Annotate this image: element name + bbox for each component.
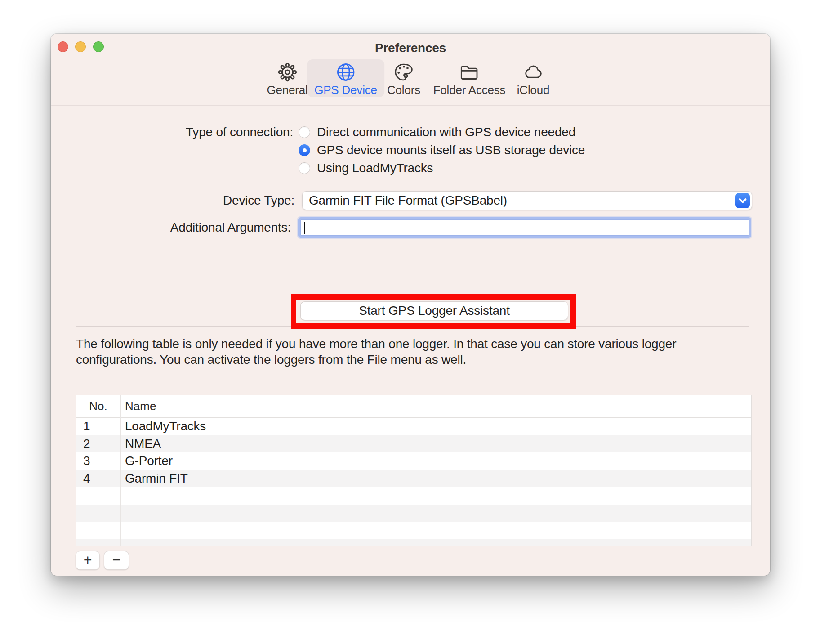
palette-icon — [393, 62, 414, 82]
additional-arguments-input[interactable] — [300, 219, 749, 236]
table-row[interactable]: 2 NMEA — [76, 435, 751, 453]
radio-option-label: Direct communication with GPS device nee… — [317, 125, 575, 139]
toolbar-item-folder-access[interactable]: Folder Access — [426, 59, 513, 97]
globe-icon — [335, 62, 356, 82]
empty-table-row — [76, 522, 751, 539]
description-line-2: configurations. You can activate the log… — [76, 352, 676, 367]
remove-logger-button[interactable]: − — [104, 551, 129, 570]
annotation-highlight-rectangle — [291, 294, 576, 329]
device-type-select[interactable]: Garmin FIT File Format (GPSBabel) — [302, 191, 752, 210]
toolbar-item-label: Folder Access — [433, 83, 506, 97]
table-row[interactable]: 1 LoadMyTracks — [76, 418, 751, 435]
radio-option-loadmytracks[interactable]: Using LoadMyTracks — [299, 162, 433, 174]
table-description: The following table is only needed if yo… — [76, 336, 676, 367]
device-type-label: Device Type: — [96, 191, 294, 210]
radio-button[interactable] — [299, 162, 310, 174]
row-number: 1 — [76, 419, 120, 434]
toolbar-item-label: General — [267, 83, 308, 97]
table-row[interactable]: 3 G-Porter — [76, 452, 751, 470]
toolbar-item-label: Colors — [387, 83, 420, 97]
text-cursor — [304, 222, 305, 234]
radio-button-selected[interactable] — [299, 144, 310, 156]
column-separator — [120, 395, 121, 546]
table-row[interactable]: 4 Garmin FIT — [76, 470, 751, 487]
loggers-table: No. Name 1 LoadMyTracks 2 NMEA 3 G-Porte… — [76, 395, 752, 546]
row-number: 4 — [76, 471, 120, 486]
row-number: 3 — [76, 454, 120, 468]
radio-option-usb-storage[interactable]: GPS device mounts itself as USB storage … — [299, 144, 585, 157]
additional-arguments-label: Additional Arguments: — [96, 221, 291, 234]
toolbar-item-icloud[interactable]: iCloud — [510, 59, 557, 97]
toolbar-item-general[interactable]: General — [259, 59, 315, 97]
row-name: NMEA — [120, 437, 161, 451]
toolbar-item-gps-device[interactable]: GPS Device — [307, 59, 384, 97]
table-header: No. Name — [76, 395, 751, 418]
chevron-down-icon — [735, 193, 750, 208]
empty-table-row — [76, 487, 751, 505]
row-name: G-Porter — [120, 454, 173, 468]
connection-label: Type of connection: — [96, 126, 293, 139]
window-title: Preferences — [51, 41, 770, 55]
column-header-name: Name — [125, 395, 156, 417]
add-logger-button[interactable]: + — [76, 551, 100, 570]
column-header-no: No. — [76, 395, 120, 417]
folder-icon — [459, 62, 480, 82]
radio-option-label: GPS device mounts itself as USB storage … — [317, 143, 585, 157]
row-number: 2 — [76, 437, 120, 451]
desktop-background: Preferences General — [0, 0, 820, 644]
empty-table-row — [76, 505, 751, 522]
empty-table-row — [76, 539, 751, 547]
toolbar-item-label: iCloud — [517, 83, 550, 97]
toolbar-item-colors[interactable]: Colors — [380, 59, 428, 97]
select-chevron-button[interactable] — [735, 193, 750, 208]
preferences-window: Preferences General — [51, 34, 770, 576]
device-type-value: Garmin FIT File Format (GPSBabel) — [309, 192, 507, 210]
radio-option-label: Using LoadMyTracks — [317, 161, 433, 175]
radio-button[interactable] — [299, 126, 310, 138]
row-name: LoadMyTracks — [120, 419, 206, 434]
toolbar-divider — [51, 105, 770, 106]
radio-option-direct-communication[interactable]: Direct communication with GPS device nee… — [299, 126, 575, 139]
row-name: Garmin FIT — [120, 471, 188, 486]
cloud-icon — [523, 62, 544, 82]
gear-icon — [277, 62, 298, 82]
description-line-1: The following table is only needed if yo… — [76, 336, 676, 352]
toolbar-item-label: GPS Device — [314, 83, 377, 97]
